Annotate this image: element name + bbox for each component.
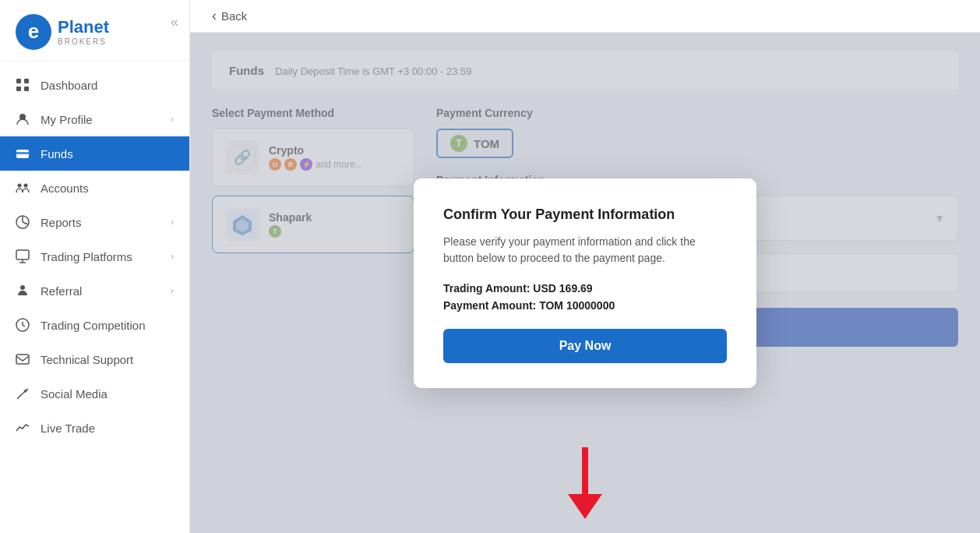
topbar: ‹ Back (190, 0, 980, 33)
arrow-pointer (568, 447, 602, 519)
sidebar-item-funds[interactable]: Funds (0, 136, 189, 171)
sidebar-item-label-dashboard: Dashboard (41, 79, 174, 92)
sidebar-item-label-live-trade: Live Trade (41, 422, 174, 435)
sidebar-item-label-technical-support: Technical Support (41, 353, 174, 366)
content-area: Funds Daily Deposit Time is GMT +3 00:00… (190, 33, 980, 533)
sidebar-item-accounts[interactable]: Accounts (0, 171, 189, 205)
payment-amount-modal-label: Payment Amount: (443, 299, 536, 312)
sidebar-logo: e Planet BROKERS « (0, 0, 189, 62)
back-button[interactable]: ‹ Back (212, 8, 247, 24)
modal-overlay: Confirm Your Payment Information Please … (190, 33, 980, 533)
modal-title: Confirm Your Payment Information (443, 206, 727, 223)
trading-amount-label: Trading Amount: (443, 282, 530, 295)
svg-rect-8 (16, 152, 29, 154)
sidebar-item-social-media[interactable]: Social Media (0, 376, 189, 411)
sidebar-item-label-trading-platforms: Trading Platforms (41, 250, 171, 263)
svg-point-10 (24, 184, 28, 188)
arrow-shaft (582, 447, 588, 494)
logo-text: Planet BROKERS (58, 18, 109, 45)
sidebar-item-trading-platforms[interactable]: Trading Platforms› (0, 239, 189, 274)
sidebar-item-label-my-profile: My Profile (41, 113, 171, 126)
payment-amount-modal-row: Payment Amount: TOM 10000000 (443, 299, 727, 312)
sidebar-item-technical-support[interactable]: Technical Support (0, 342, 189, 376)
sidebar-item-arrow-trading-platforms: › (171, 251, 174, 262)
svg-rect-17 (16, 355, 29, 364)
sidebar-item-label-social-media: Social Media (41, 387, 174, 401)
logo-brokers-label: BROKERS (58, 37, 109, 46)
svg-rect-4 (16, 86, 21, 91)
sidebar-item-referral[interactable]: Referral› (0, 274, 189, 308)
sidebar-item-dashboard[interactable]: Dashboard (0, 68, 189, 102)
sidebar-nav: DashboardMy Profile›FundsAccountsReports… (0, 62, 189, 533)
modal-description: Please verify your payment information a… (443, 234, 727, 266)
trading-amount-row: Trading Amount: USD 169.69 (443, 282, 727, 295)
sidebar-item-arrow-referral: › (171, 285, 174, 296)
logo-icon: e (16, 14, 51, 50)
sidebar-item-arrow-my-profile: › (171, 114, 174, 125)
main-content: ‹ Back Funds Daily Deposit Time is GMT +… (190, 0, 980, 533)
arrow-head (568, 494, 602, 519)
trading-amount-value: USD 169.69 (533, 282, 592, 295)
sidebar-item-live-trade[interactable]: Live Trade (0, 411, 189, 445)
sidebar-item-reports[interactable]: Reports› (0, 205, 189, 239)
sidebar-item-label-reports: Reports (41, 216, 171, 229)
sidebar-item-trading-competition[interactable]: Trading Competition (0, 308, 189, 342)
svg-rect-12 (16, 250, 29, 259)
svg-point-9 (18, 184, 22, 188)
sidebar-item-label-referral: Referral (41, 284, 171, 298)
sidebar-item-label-accounts: Accounts (41, 182, 174, 195)
sidebar-collapse-button[interactable]: « (171, 14, 178, 30)
modal-info: Trading Amount: USD 169.69 Payment Amoun… (443, 282, 727, 312)
back-label: Back (221, 9, 247, 23)
back-arrow-icon: ‹ (212, 8, 217, 24)
pay-now-button[interactable]: Pay Now (443, 329, 727, 363)
svg-point-15 (20, 285, 25, 290)
payment-amount-modal-value: TOM 10000000 (539, 299, 615, 312)
sidebar-item-label-funds: Funds (41, 147, 174, 161)
sidebar-item-label-trading-competition: Trading Competition (41, 319, 174, 332)
confirm-payment-modal: Confirm Your Payment Information Please … (414, 178, 756, 388)
svg-text:e: e (28, 19, 39, 43)
svg-rect-5 (24, 86, 29, 91)
sidebar-item-my-profile[interactable]: My Profile› (0, 102, 189, 136)
svg-rect-2 (16, 79, 21, 83)
sidebar: e Planet BROKERS « DashboardMy Profile›F… (0, 0, 190, 533)
sidebar-item-arrow-reports: › (171, 217, 174, 228)
logo-planet-label: Planet (58, 18, 109, 37)
svg-rect-3 (24, 79, 29, 83)
